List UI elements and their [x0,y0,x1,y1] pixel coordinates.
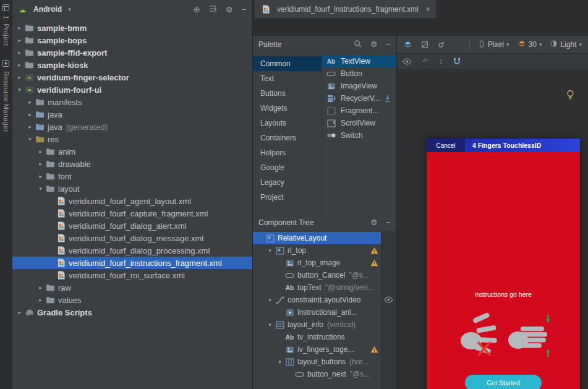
palette-category-containers[interactable]: Containers [253,130,322,145]
palette-item-textview[interactable]: AbTextView [322,55,396,67]
locate-file-icon[interactable]: ⊕ [194,5,200,14]
palette-category-widgets[interactable]: Widgets [253,101,322,116]
hide-panel-icon[interactable]: − [386,218,391,227]
project-tree-item-veridiumid-fourf-roi-surface-xml[interactable]: veridiumid_fourf_roi_surface.xml [12,269,252,281]
search-icon[interactable] [354,40,362,49]
visibility-options-icon[interactable] [403,58,412,65]
palette-category-helpers[interactable]: Helpers [253,145,322,160]
project-tree-item-values[interactable]: ▸values [12,294,252,306]
component-constraintlayoutvideo[interactable]: ▾constraintLayoutVideo [253,294,381,306]
collapse-all-icon[interactable] [209,5,217,14]
project-tree-item-layout[interactable]: ▾layout [12,182,252,195]
chevron-down-icon[interactable]: ▾ [25,137,35,142]
project-tree-item-veridiumid-fourf-dialog-alert-xml[interactable]: veridiumid_fourf_dialog_alert.xml [12,220,252,232]
chevron-down-icon[interactable]: ▾ [65,7,74,12]
component-toptext[interactable]: AbtopText"@string/veri... [253,281,381,294]
blueprint-off-icon[interactable] [420,40,429,49]
chevron-down-icon[interactable]: ▾ [275,359,284,365]
project-tree-item-veridium-finger-selector[interactable]: ▸veridium-finger-selector [12,71,252,83]
project-tree-item-sample-kiosk[interactable]: ▸sample-kiosk [12,59,252,71]
project-view-selector[interactable]: Android [33,5,62,14]
project-tree-item-sample-ffid-export[interactable]: ▸sample-ffid-export [12,46,252,59]
palette-category-legacy[interactable]: Legacy [253,175,322,190]
project-tree-item-sample-bmm[interactable]: ▸sample-bmm [12,22,252,34]
lightbulb-icon[interactable] [566,90,575,102]
hide-panel-icon[interactable]: − [241,5,246,14]
chevron-right-icon[interactable]: ▸ [25,100,35,105]
chevron-right-icon[interactable]: ▸ [36,161,45,167]
api-level-selector[interactable]: 30 ▾ [518,40,542,49]
project-tree-item-veridiumid-fourf-agent-layout-xml[interactable]: veridiumid_fourf_agent_layout.xml [12,195,252,207]
project-tree-item-anim[interactable]: ▸anim [12,145,252,158]
project-tree-item-gradle-scripts[interactable]: ▸Gradle Scripts [12,306,252,318]
project-tree-item-manifests[interactable]: ▸manifests [12,96,252,108]
design-canvas[interactable]: Cancel 4 Fingers TouchlessID instruction… [397,69,588,389]
component-rl-top-image[interactable]: rl_top_image [253,257,381,269]
chevron-down-icon[interactable]: ▾ [15,87,24,93]
chevron-right-icon[interactable]: ▸ [36,285,45,291]
chevron-down-icon[interactable]: ▾ [265,248,275,254]
preview-body[interactable]: instructions go here [427,152,580,389]
palette-item-scrollview[interactable]: ScrollView [322,117,396,129]
chevron-right-icon[interactable]: ▸ [15,25,24,31]
palette-category-common[interactable]: Common [253,56,322,71]
design-blueprint-toggle-icon[interactable] [403,40,412,49]
visibility-icon[interactable] [384,296,393,303]
undo-icon[interactable]: ↶ [422,57,428,66]
chevron-right-icon[interactable]: ▸ [25,112,35,118]
component-instructional-ani[interactable]: instructional_ani... [253,306,381,318]
component-relativelayout[interactable]: RelativeLayout [253,232,381,244]
chevron-right-icon[interactable]: ▸ [15,50,24,56]
preview-instructions-text[interactable]: instructions go here [427,291,580,298]
project-tree-item-veridiumid-fourf-dialog-message-xml[interactable]: veridiumid_fourf_dialog_message.xml [12,232,252,244]
phone-preview[interactable]: Cancel 4 Fingers TouchlessID instruction… [427,139,580,389]
chevron-right-icon[interactable]: ▸ [25,124,35,130]
palette-item-fragment[interactable]: Fragment... [322,105,396,117]
palette-category-layouts[interactable]: Layouts [253,116,322,130]
project-tool-button[interactable]: 1: Project [0,4,12,46]
project-tree-item-java-generated[interactable]: ▸java(generated) [12,121,252,133]
chevron-right-icon[interactable]: ▸ [36,174,45,179]
project-tree-item-drawable[interactable]: ▸drawable [12,158,252,170]
theme-selector[interactable]: Light ▾ [550,40,582,49]
project-tree-item-sample-bops[interactable]: ▸sample-bops [12,34,252,46]
magnet-icon[interactable] [453,58,461,66]
chevron-right-icon[interactable]: ▸ [36,297,45,303]
editor-tab[interactable]: veridiumid_fourf_instructions_fragment.x… [255,0,437,19]
palette-category-project[interactable]: Project [253,190,322,205]
palette-category-text[interactable]: Text [253,71,322,86]
chevron-down-icon[interactable]: ▾ [265,297,275,303]
component-rl-top[interactable]: ▾rl_top [253,244,381,257]
project-tree-item-font[interactable]: ▸font [12,170,252,182]
resource-manager-tool-button[interactable]: Resource Manager [0,60,12,132]
preview-header-title[interactable]: 4 Fingers TouchlessID [465,139,580,152]
project-tree-item-veridiumid-fourf-instructions-fragment-xml[interactable]: veridiumid_fourf_instructions_fragment.x… [12,257,252,269]
gear-icon[interactable]: ⚙ [370,40,378,49]
palette-item-button[interactable]: Button [322,67,396,80]
chevron-right-icon[interactable]: ▸ [15,38,24,43]
chevron-down-icon[interactable]: ▾ [36,186,45,192]
project-tree-item-veridiumid-fourf-capture-fragment-xml[interactable]: veridiumid_fourf_capture_fragment.xml [12,207,252,220]
color-picker-icon[interactable] [437,40,446,49]
gear-icon[interactable]: ⚙ [370,218,378,227]
chevron-right-icon[interactable]: ▸ [36,149,45,155]
project-tree-item-veridium-fourf-ui[interactable]: ▾veridium-fourf-ui [12,83,252,96]
component-layout-info[interactable]: ▾layout_info(vertical) [253,318,381,331]
hide-panel-icon[interactable]: − [386,40,391,49]
height-resize-icon[interactable]: ↕ [439,57,443,66]
component-iv-fingers-toge[interactable]: iv_fingers_toge... [253,343,381,356]
palette-item-switch[interactable]: Switch [322,129,396,142]
component-button-next[interactable]: button_next"@s... [253,368,381,380]
project-tree-item-raw[interactable]: ▸raw [12,281,252,294]
project-tree-item-res[interactable]: ▾res [12,133,252,145]
gear-icon[interactable]: ⚙ [226,5,233,14]
device-selector[interactable]: Pixel ▾ [478,40,509,50]
chevron-right-icon[interactable]: ▸ [15,310,24,315]
palette-category-buttons[interactable]: Buttons [253,86,322,101]
component-button-cancel[interactable]: button_Cancel"@s... [253,269,381,281]
palette-item-recyclerv[interactable]: RecyclerV... [322,92,396,105]
component-tv-instructions[interactable]: Abtv_instructions [253,331,381,343]
hands-illustration[interactable] [454,312,553,362]
component-layout-buttons[interactable]: ▾layout_buttons(hor... [253,356,381,368]
chevron-right-icon[interactable]: ▸ [15,62,24,68]
